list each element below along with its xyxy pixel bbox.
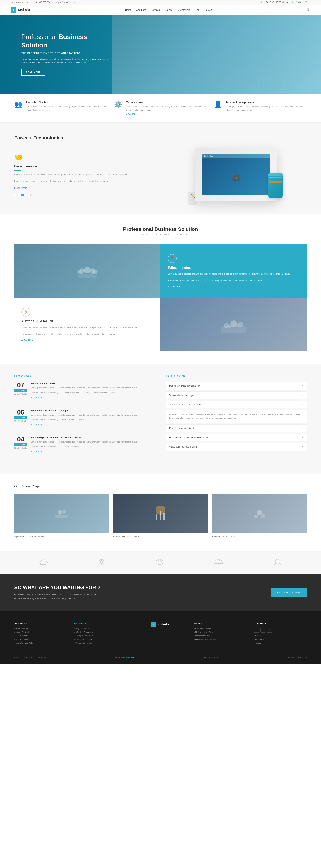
runner-icon-wrap: 🏃 — [22, 308, 30, 316]
news-link-3[interactable]: ▶ Read More — [31, 451, 42, 453]
site-footer: SERVICES Viverat Adipisu... Viverat Pret… — [0, 611, 321, 664]
hero-content: Professional Business Solution THE PERFE… — [22, 33, 111, 75]
pro-subtitle: THE PERFECT THEME TO GET YOU STARTED! — [14, 233, 307, 235]
project-caption-2: Eleifend mi in nulla posuere — [113, 533, 208, 540]
news-column: Latest News 07 JANUARY 12 COMMENTS Tis i… — [14, 375, 155, 463]
tech-dot-3[interactable] — [22, 194, 24, 196]
faq-item-1[interactable]: Dictum eu turpis egestas pretium ▼ — [166, 382, 307, 390]
partner-logo-3[interactable] — [154, 558, 165, 567]
search-icon[interactable]: 🔍 — [291, 1, 294, 4]
header-search-icon[interactable]: 🔍 — [307, 8, 310, 11]
project-card-3: Etiam sit amet nisl purus — [212, 494, 307, 540]
footer-service-4[interactable]: Semper Siterittus — [14, 638, 67, 640]
footer-project-2[interactable]: ● Project Project dulu — [74, 631, 127, 633]
vimeo-icon[interactable]: V — [305, 1, 307, 4]
footer-social: S f t — [254, 627, 307, 632]
pro-blue-title: Tellus in metus — [168, 266, 299, 270]
feature-link-2[interactable]: ▶ Read More — [126, 113, 207, 115]
partners-section — [0, 551, 321, 574]
feature-title-3: Tincidunt nunc pulvinar — [226, 101, 307, 103]
feature-text-3: Lorem ipsum dolor sit amet, consectetur … — [226, 105, 307, 112]
partner-logo-1[interactable] — [38, 558, 49, 567]
news-link-1[interactable]: ▶ Read More — [31, 397, 42, 399]
copyright-text: Copyright © 2016 All rights reserved. — [14, 656, 46, 658]
faq-item-3[interactable]: Praesent tristique magna sit amet ▲ — [166, 401, 307, 408]
svg-point-9 — [238, 322, 243, 327]
twitter-icon[interactable]: t — [303, 1, 304, 4]
group-photo-bg — [14, 244, 160, 298]
tech-dot-2[interactable] — [18, 194, 20, 196]
tech-dot-5[interactable] — [29, 194, 31, 196]
footer-grid: SERVICES Viverat Adipisu... Viverat Pret… — [14, 622, 307, 645]
project-caption-1: A pellentesque sit amet porttitor — [14, 533, 109, 540]
facebook-icon[interactable]: f — [296, 1, 296, 4]
faq-item-4[interactable]: Morbi leo urna molestie at ▼ — [166, 424, 307, 432]
partner-logo-5[interactable] — [272, 558, 283, 567]
footer-bottom: Copyright © 2016 All rights reserved. Po… — [14, 653, 307, 658]
footer-phone[interactable]: +61 390 769 280 — [204, 656, 219, 658]
footer-facebook[interactable]: Facebook — [254, 638, 307, 640]
news-link-2[interactable]: ▶ Read More — [31, 424, 42, 426]
nav-contact[interactable]: Contact — [205, 8, 213, 11]
footer-email[interactable]: noreply@domain.com — [288, 656, 307, 658]
svg-rect-21 — [261, 514, 265, 518]
nav-gallery[interactable]: Gallery — [165, 8, 172, 11]
email-address[interactable]: noreply@domain.com — [54, 1, 75, 4]
google-plus-icon[interactable]: G+ — [298, 1, 301, 4]
footer-twitter[interactable]: Twitter — [254, 642, 307, 644]
nav-services[interactable]: Services — [151, 8, 160, 11]
footer-project-4[interactable]: Project Project dulu — [74, 638, 127, 640]
pro-white-link[interactable]: ▶ Read More — [22, 339, 153, 342]
footer-project-5[interactable]: Project Project dulu — [74, 642, 127, 644]
footer-services-title: SERVICES — [14, 622, 67, 625]
footer-service-1[interactable]: Viverat Adipisu... — [14, 627, 67, 630]
svg-point-4 — [77, 270, 81, 274]
faq-item-5[interactable]: Dorem idunto scelerisque fermentum dui ▼ — [166, 434, 307, 441]
footer-project-1[interactable]: Project Name dulu — [74, 627, 127, 630]
footer-service-3[interactable]: Duis to Status — [14, 635, 67, 637]
hero-title: Professional Business Solution — [22, 33, 111, 50]
phone-screen — [269, 173, 283, 198]
footer-news-3[interactable]: Maecenalii Cirtus — [194, 635, 247, 637]
projects-section-title: Our Recent Project — [14, 485, 307, 488]
envelope-icon[interactable]: ✉ — [309, 1, 310, 4]
faq-item-6[interactable]: Varius quam quisque id diam ▼ — [166, 443, 307, 451]
site-logo[interactable]: ▲ Makalu. — [11, 7, 31, 13]
svg-point-10 — [228, 324, 232, 328]
pro-blue-link[interactable]: ▶ Read More — [168, 285, 299, 288]
twitter-footer-icon[interactable]: t — [267, 627, 272, 632]
facebook-footer-icon[interactable]: f — [260, 627, 265, 632]
nav-testimonials[interactable]: Testimonials — [177, 8, 190, 11]
nav-about[interactable]: About Us — [136, 8, 146, 11]
nav-blog[interactable]: Blog — [195, 8, 200, 11]
phone-number[interactable]: +61 392 795 264 — [34, 1, 50, 4]
tech-dot-4[interactable] — [25, 194, 27, 196]
footer-service-5[interactable]: Natus Aperiam Apta — [14, 642, 67, 644]
nav-home[interactable]: Home — [125, 8, 132, 11]
footer-skype[interactable]: Skype — [254, 635, 307, 637]
tech-dot-1[interactable] — [14, 194, 16, 196]
hero-illustration — [112, 15, 321, 94]
footer-service-2[interactable]: Viverat Pretissim — [14, 631, 67, 633]
footer-project-3[interactable]: ● Project Project dulu — [74, 635, 127, 637]
svg-rect-6 — [221, 327, 246, 334]
partner-logo-4[interactable] — [212, 558, 225, 567]
laptop-mockup: Professional 2 💼 — [195, 148, 277, 202]
tech-read-more[interactable]: ▶ Read More — [14, 187, 27, 189]
hero-read-more-button[interactable]: READ MORE — [22, 69, 45, 76]
footer-news-2[interactable]: Nibh venenatis Cras — [194, 631, 247, 633]
feature-icon-1: 👥 — [14, 101, 23, 115]
news-content-1: Tis is a Standard Post Lorem ipsum dolor… — [31, 382, 138, 399]
footer-news-1[interactable]: It's a Standard Post — [194, 627, 247, 630]
news-date-1: 07 JANUARY 12 COMMENTS — [14, 382, 27, 399]
cta-contact-button[interactable]: CONTACT FORM — [271, 588, 307, 597]
faq-item-2[interactable]: Tellus orci ac auctor augue ▼ — [166, 391, 307, 399]
partner-logo-2[interactable] — [96, 558, 107, 567]
footer-logo-icon: ▲ — [151, 622, 156, 627]
site-header: ▲ Makalu. Home About Us Services Gallery… — [0, 5, 321, 15]
skype-icon[interactable]: S — [254, 627, 259, 632]
projects-grid: A pellentesque sit amet porttitor Eleife… — [14, 494, 307, 540]
pro-white-text1: Lorem ipsum dolor sit amet, consectetur … — [22, 326, 153, 330]
footer-news-4[interactable]: Habitasse platea dictum — [194, 638, 247, 640]
logo-icon: ▲ — [11, 7, 16, 13]
